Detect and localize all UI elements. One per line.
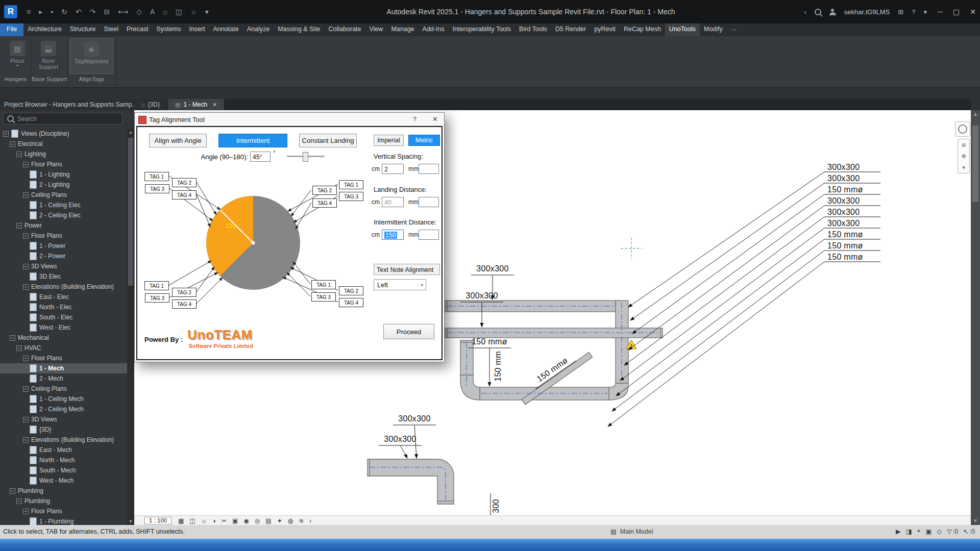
duct-tag[interactable]: 300x300 (398, 414, 431, 423)
tree-item[interactable]: 2 - Ceiling Mech (0, 404, 127, 414)
scrollbar-thumb[interactable] (972, 126, 978, 202)
menu-tab-interoperability-tools[interactable]: Interoperability Tools (449, 23, 515, 36)
menu-tab-view[interactable]: View (365, 23, 387, 36)
temporary-view-properties-icon[interactable]: ✦ (277, 517, 282, 524)
analytical-model-icon[interactable]: ◍ (288, 517, 293, 524)
search-icon[interactable] (815, 9, 821, 15)
landing-distance-cm-input[interactable]: 40 (382, 197, 404, 207)
detail-level-icon[interactable]: ▦ (178, 517, 184, 524)
landing-distance-mm-input[interactable] (419, 197, 439, 207)
scroll-up-icon[interactable]: ▲ (127, 129, 134, 136)
tree-item[interactable]: East - Elec (0, 292, 127, 302)
tree-item[interactable]: −Elevations (Building Elevation) (0, 282, 127, 292)
tree-item[interactable]: 1 - Ceiling Mech (0, 394, 127, 404)
menu-tab-architecture[interactable]: Architecture (23, 23, 66, 36)
scale-button[interactable]: 1 : 100 (144, 517, 172, 524)
browser-scrollbar[interactable]: ▲ ▼ (127, 129, 134, 525)
collapse-icon[interactable]: − (3, 131, 9, 137)
ribbon-display-toggle-icon[interactable]: ◦◦ (727, 23, 742, 36)
collapse-icon[interactable]: − (23, 509, 29, 514)
tag-alignment-button[interactable]: ◈ TagAlignment (69, 38, 113, 74)
tree-item[interactable]: −Elevations (Building Elevation) (0, 435, 127, 445)
close-view-tab-icon[interactable]: ✕ (212, 102, 217, 108)
temporary-hide-isolate-icon[interactable]: ◉ (243, 517, 249, 524)
close-button[interactable]: ✕ (970, 8, 976, 16)
minimize-button[interactable]: ─ (938, 8, 943, 16)
tree-item[interactable]: 1 - Power (0, 241, 127, 251)
tree-item[interactable]: −Ceiling Plans (0, 384, 127, 394)
menu-tab-bird-tools[interactable]: Bird Tools (515, 23, 551, 36)
tree-item[interactable]: −Floor Plans (0, 159, 127, 169)
duct-tag[interactable]: 300x300 (827, 208, 860, 216)
editable-only-icon[interactable]: ▶ (896, 528, 901, 535)
menu-tab-recap-mesh[interactable]: ReCap Mesh (620, 23, 665, 36)
tab-intermittent[interactable]: Intermittent (218, 134, 287, 147)
crop-region-icon[interactable]: ▣ (232, 517, 238, 524)
save-icon[interactable]: ▪ (51, 8, 53, 16)
collapse-icon[interactable]: − (16, 345, 22, 351)
menu-tab-systems[interactable]: Systems (152, 23, 185, 36)
link-select-icon[interactable]: ◨ (906, 528, 912, 535)
tree-item[interactable]: North - Mech (0, 455, 127, 465)
menu-tab-file[interactable]: File (0, 23, 23, 36)
base-support-button[interactable]: ⬓ Base Support (34, 38, 63, 73)
menu-tab-modify[interactable]: Modify (700, 23, 727, 36)
nav-more-icon[interactable]: ▾ (962, 164, 965, 171)
tree-item[interactable]: 2 - Mech (0, 373, 127, 384)
duct-tag[interactable]: 150 mmø (827, 253, 863, 261)
customize-icon[interactable]: ▾ (205, 8, 209, 16)
tree-item[interactable]: 2 - Ceiling Elec (0, 210, 127, 220)
duct-tag[interactable]: 300x300 (465, 291, 498, 300)
dialog-close-icon[interactable]: ✕ (432, 115, 438, 123)
collapse-icon[interactable]: − (10, 335, 15, 341)
tree-item[interactable]: 1 - Mech (0, 363, 127, 373)
project-browser-header[interactable]: Project Browser - Hangers and Supports S… (0, 99, 134, 110)
exclude-options-icon[interactable]: ◇ (937, 528, 942, 535)
tree-item[interactable]: 3D Elec (0, 271, 127, 282)
text-note-alignment-select[interactable]: Left ▾ (374, 279, 426, 290)
duct-tag[interactable]: 150 mmø (827, 241, 863, 250)
angle-slider-thumb[interactable] (303, 152, 308, 162)
tree-item[interactable]: −3D Views (0, 414, 127, 424)
tree-item[interactable]: −3D Views (0, 261, 127, 271)
imperial-button[interactable]: Imperial (374, 135, 404, 146)
open-icon[interactable]: ▸ (39, 8, 42, 16)
menu-tab-collaborate[interactable]: Collaborate (325, 23, 365, 36)
duct-tag[interactable]: 150 mmø (827, 185, 863, 194)
scrollbar-thumb[interactable] (128, 138, 133, 286)
render-icon[interactable]: ☼ (190, 8, 197, 16)
collapse-icon[interactable]: − (23, 284, 29, 290)
canvas-scrollbar[interactable]: ▲ ▼ (971, 110, 980, 525)
underlay-select-icon[interactable]: ⌖ (917, 528, 921, 535)
collapse-icon[interactable]: − (16, 498, 22, 504)
collapse-icon[interactable]: − (23, 264, 29, 269)
menu-tab-insert[interactable]: Insert (185, 23, 209, 36)
tree-item[interactable]: −Floor Plans (0, 353, 127, 363)
duct-tag[interactable]: 300x300 (827, 219, 860, 228)
ribbon-collapse-icon[interactable]: ‹ (804, 8, 806, 16)
menu-tab-annotate[interactable]: Annotate (209, 23, 243, 36)
intermittent-distance-cm-input[interactable]: 150 (382, 230, 404, 240)
view-tab-1-mech[interactable]: ▤ 1 - Mech ✕ (168, 99, 224, 110)
zoom-icon[interactable]: ⊕ (961, 142, 966, 148)
menu-tab-analyze[interactable]: Analyze (243, 23, 274, 36)
collapse-icon[interactable]: − (23, 162, 29, 167)
pinned-select-icon[interactable]: ▣ (926, 528, 932, 535)
duct-tag[interactable]: 300x300 (827, 196, 860, 205)
measure-icon[interactable]: ⟷ (118, 8, 128, 16)
print-icon[interactable]: ⊟ (104, 8, 110, 16)
intermittent-distance-mm-input[interactable] (419, 230, 439, 240)
tree-item[interactable]: −HVAC (0, 343, 127, 353)
worksharing-display-icon[interactable]: ▤ (265, 517, 271, 524)
view-tab-3d[interactable]: ⌂ {3D} (134, 99, 167, 110)
help-icon[interactable]: ? (912, 8, 915, 16)
pan-icon[interactable]: ✥ (961, 153, 966, 160)
vertical-spacing-mm-input[interactable] (419, 164, 439, 174)
dialog-titlebar[interactable]: Tag Alignment Tool ? ✕ (135, 113, 444, 126)
tree-item[interactable]: 1 - Ceiling Elec (0, 200, 127, 210)
tab-constant-landing[interactable]: Constant Landing (299, 134, 357, 147)
tree-item[interactable]: −Ceiling Plans (0, 190, 127, 200)
scroll-down-icon[interactable]: ▼ (127, 518, 134, 525)
tab-align-with-angle[interactable]: Align with Angle (149, 134, 207, 147)
visual-style-icon[interactable]: ◫ (189, 517, 195, 524)
